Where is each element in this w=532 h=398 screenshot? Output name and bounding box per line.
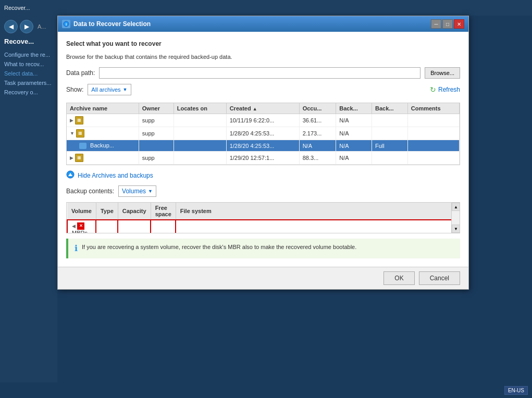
- cell-created: 10/11/19 6:22:0...: [226, 114, 299, 127]
- cell-occu: 88.3...: [299, 152, 336, 165]
- browse-button[interactable]: Browse...: [425, 67, 460, 79]
- table-row[interactable]: ▶ ▦ supp 1/29/20 12:57:1... 88.3... N/A: [67, 152, 460, 165]
- info-text: If you are recovering a system volume, r…: [82, 244, 356, 250]
- volumes-label: Volumes: [122, 188, 146, 195]
- cell-comments: [407, 114, 459, 127]
- scroll-down-btn[interactable]: ▼: [452, 225, 460, 233]
- col-back2: Back...: [372, 103, 408, 114]
- cell-name: ▶ ▦: [67, 152, 139, 165]
- language-label: EN-US: [508, 388, 524, 393]
- volumes-table-header: Volume Type Capacity Free space File sys…: [67, 203, 459, 220]
- expand-icon[interactable]: ▶: [70, 155, 73, 160]
- data-recover-dialog: i Data to Recover Selection ─ □ ✕ Select…: [57, 16, 469, 290]
- dropdown-arrow-icon: ▼: [123, 87, 128, 92]
- cell-back2: [372, 152, 408, 165]
- archive-icon: ▦: [75, 154, 83, 162]
- dialog-instruction: Select what you want to recover: [66, 40, 460, 47]
- backup-contents-row: Backup contents: Volumes ▼: [66, 185, 460, 197]
- vol-cell-free-space: [151, 220, 176, 233]
- scroll-up-btn[interactable]: ▲: [452, 203, 460, 211]
- cell-locates: [174, 127, 226, 140]
- hide-archives-label: Hide Archives and backups: [78, 172, 153, 179]
- svg-text:i: i: [66, 22, 67, 27]
- vol-col-free-space: Free space: [151, 203, 176, 220]
- archive-table-container: Archive name Owner Locates on Created ▲ …: [66, 103, 460, 165]
- backup-icon: [79, 143, 86, 149]
- dialog-close-btn[interactable]: ✕: [454, 19, 464, 29]
- vol-col-filesystem: File system: [176, 203, 459, 220]
- cell-back2: [372, 114, 408, 127]
- table-row[interactable]: ▼ ▦ supp 1/28/20 4:25:53... 2.173... N/A: [67, 127, 460, 140]
- cell-name: ▼ ▦: [67, 127, 139, 140]
- volumes-scrollbar: ▲ ▼: [451, 203, 460, 233]
- data-path-row: Data path: Browse...: [66, 67, 460, 79]
- taskbar-label: Recover...: [4, 5, 30, 11]
- dialog-titlebar: i Data to Recover Selection ─ □ ✕: [58, 16, 468, 32]
- cell-occu: 2.173...: [299, 127, 336, 140]
- table-row[interactable]: ◀ ✕ MBRs: [67, 220, 459, 233]
- vol-cell-filesystem: [176, 220, 459, 233]
- dialog-footer: OK Cancel: [58, 267, 468, 289]
- col-locates-on: Locates on: [174, 103, 226, 114]
- show-value: All archives: [91, 86, 120, 93]
- collapse-icon[interactable]: ▼: [70, 131, 75, 136]
- dialog-title-icon: i: [62, 20, 70, 28]
- dialog-subtitle: Browse for the backup that contains the …: [66, 54, 460, 60]
- dialog-title-buttons: ─ □ ✕: [431, 19, 464, 29]
- cell-locates: [174, 114, 226, 127]
- cancel-button[interactable]: Cancel: [419, 271, 460, 285]
- data-path-input[interactable]: [99, 67, 420, 79]
- dialog-restore-btn[interactable]: □: [442, 19, 453, 29]
- dialog-content: Select what you want to recover Browse f…: [58, 32, 468, 267]
- data-path-label: Data path:: [66, 69, 95, 77]
- vol-cell-name: ◀ ✕ MBRs: [67, 220, 96, 233]
- cell-owner: [139, 140, 174, 152]
- cell-name: Backup...: [67, 140, 139, 152]
- cell-back1: N/A: [336, 152, 372, 165]
- col-created: Created ▲: [226, 103, 299, 114]
- cell-back2: Full: [372, 140, 408, 152]
- refresh-button[interactable]: ↻ Refresh: [430, 85, 460, 94]
- archive-icon: ▦: [76, 129, 84, 138]
- archive-table-header: Archive name Owner Locates on Created ▲ …: [67, 103, 460, 114]
- show-archives-dropdown[interactable]: All archives ▼: [88, 84, 131, 95]
- cell-back1: N/A: [336, 127, 372, 140]
- cell-owner: supp: [139, 152, 174, 165]
- vol-cell-type: [96, 220, 118, 233]
- volumes-table-container: Volume Type Capacity Free space File sys…: [66, 202, 460, 233]
- cell-locates: [174, 152, 226, 165]
- mbr-icon: ✕: [77, 222, 84, 230]
- col-archive-name: Archive name: [67, 103, 139, 114]
- archive-table: Archive name Owner Locates on Created ▲ …: [67, 103, 460, 165]
- cell-comments: [407, 152, 459, 165]
- table-row[interactable]: ▶ ▦ supp 10/11/19 6:22:0... 36.61... N/A: [67, 114, 460, 127]
- ok-button[interactable]: OK: [383, 271, 414, 285]
- expand-icon[interactable]: ▶: [70, 118, 73, 123]
- cell-name: ▶ ▦: [67, 114, 139, 127]
- dialog-title-text: Data to Recover Selection: [73, 20, 431, 28]
- cell-occu: N/A: [299, 140, 336, 152]
- cell-back1: N/A: [336, 114, 372, 127]
- col-owner: Owner: [139, 103, 174, 114]
- cell-created: 1/28/20 4:25:53...: [226, 140, 299, 152]
- show-row: Show: All archives ▼: [66, 84, 131, 95]
- cell-back2: [372, 127, 408, 140]
- volumes-dropdown[interactable]: Volumes ▼: [118, 185, 156, 197]
- cell-owner: supp: [139, 114, 174, 127]
- dialog-backdrop: i Data to Recover Selection ─ □ ✕ Select…: [0, 16, 532, 398]
- app-taskbar: Recover...: [0, 0, 532, 16]
- cell-locates: [174, 140, 226, 152]
- dialog-minimize-btn[interactable]: ─: [431, 19, 441, 29]
- language-badge: EN-US: [504, 386, 528, 395]
- cell-created: 1/29/20 12:57:1...: [226, 152, 299, 165]
- table-row[interactable]: Backup... 1/28/20 4:25:53... N/A N/A Ful…: [67, 140, 460, 152]
- hide-archives-toggle[interactable]: Hide Archives and backups: [66, 170, 460, 180]
- vol-col-volume: Volume: [67, 203, 96, 220]
- cell-comments: [407, 127, 459, 140]
- vol-col-capacity: Capacity: [118, 203, 151, 220]
- backup-contents-label: Backup contents:: [66, 188, 114, 195]
- cell-back1: N/A: [336, 140, 372, 152]
- show-label: Show:: [66, 86, 83, 93]
- show-refresh-row: Show: All archives ▼ ↻ Refresh: [66, 84, 460, 95]
- vol-col-type: Type: [96, 203, 118, 220]
